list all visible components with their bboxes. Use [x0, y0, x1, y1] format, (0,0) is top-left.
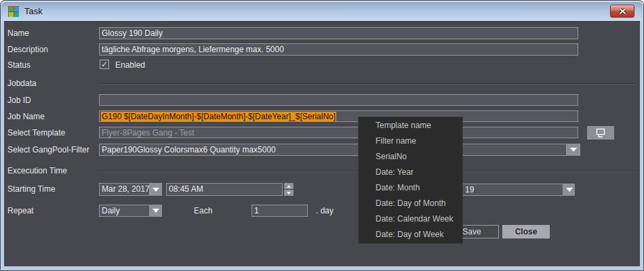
menu-item-date-calendar-week[interactable]: Date: Calendar Week: [359, 211, 462, 227]
spin-down-button[interactable]: [284, 190, 294, 196]
interval-input[interactable]: 1: [251, 205, 308, 217]
menu-item-date-year[interactable]: Date: Year: [359, 165, 462, 180]
triangle-up-icon: [287, 185, 291, 188]
close-icon: [619, 8, 626, 14]
start-date-input[interactable]: Mar 28, 2017: [99, 183, 150, 196]
chevron-down-icon: [153, 209, 159, 213]
start-date-dropdown-button[interactable]: [150, 183, 162, 196]
description-label: Description: [7, 45, 48, 54]
template-browse-icon: [594, 128, 607, 138]
gangpool-filter-dropdown-button[interactable]: [567, 144, 580, 156]
start-time-input[interactable]: 08:45 AM: [166, 183, 283, 196]
name-input[interactable]: Glossy 190 Daily: [99, 27, 578, 39]
enabled-label: Enabled: [115, 60, 145, 70]
execution-time-section-label: Excecution Time: [7, 166, 67, 175]
select-template-browse-button[interactable]: [587, 126, 614, 140]
menu-item-date-day-of-week[interactable]: Date: Day of Week: [359, 227, 462, 243]
context-menu: Template name Filter name SerialNo Date:…: [358, 117, 463, 244]
each-label: Each: [194, 206, 212, 215]
select-gangpool-filter-label: Select GangPool-Filter: [7, 145, 89, 154]
close-button[interactable]: Close: [502, 225, 550, 238]
day-unit-label: . day: [316, 206, 334, 215]
task-window: Task Name Glossy 190 Daily Description t…: [0, 0, 644, 271]
menu-item-serialno[interactable]: SerialNo: [359, 149, 462, 165]
job-id-label: Job ID: [7, 96, 31, 105]
menu-item-date-day-of-month[interactable]: Date: Day of Month: [359, 196, 462, 211]
menu-item-date-month[interactable]: Date: Month: [359, 180, 462, 196]
repeat-select[interactable]: Daily: [99, 205, 150, 217]
dialog-content: Name Glossy 190 Daily Description täglic…: [4, 21, 640, 266]
select-template-label: Select Template: [7, 128, 65, 138]
menu-item-filter-name[interactable]: Filter name: [359, 133, 462, 149]
time-spinner[interactable]: [284, 183, 294, 196]
job-name-selected-text: G190 $[DateDayInMonth]-$[DateMonth]-$[Da…: [101, 112, 336, 121]
enabled-checkbox[interactable]: ✓: [100, 60, 109, 69]
app-icon-square: [9, 7, 14, 12]
app-icon-square: [14, 7, 19, 12]
chevron-down-icon: [570, 148, 577, 152]
spin-up-button[interactable]: [284, 183, 294, 189]
job-name-label: Job Name: [7, 112, 45, 121]
chevron-down-icon: [566, 188, 573, 192]
window-close-button[interactable]: [610, 5, 635, 18]
repeat-dropdown-button[interactable]: [150, 205, 162, 217]
chevron-down-icon: [153, 188, 159, 192]
jobdata-section-divider: [99, 83, 636, 85]
app-icon-square: [9, 12, 14, 17]
select-template-input[interactable]: Flyer-8Pages Gang - Test: [99, 127, 578, 138]
end-date-dropdown-button[interactable]: [563, 184, 575, 196]
job-name-input[interactable]: G190 $[DateDayInMonth]-$[DateMonth]-$[Da…: [99, 110, 578, 122]
description-input[interactable]: tägliche Abfrage morgens, Liefermenge ma…: [99, 43, 578, 56]
app-icon: [8, 6, 19, 17]
check-icon: ✓: [101, 60, 108, 68]
name-label: Name: [7, 28, 29, 38]
repeat-label: Repeat: [7, 206, 34, 215]
titlebar[interactable]: Task: [1, 1, 643, 21]
select-gangpool-filter-input[interactable]: Paper190Glossy Colorsmax6 Quantity max50…: [99, 144, 567, 156]
app-icon-square: [14, 12, 19, 17]
status-label: Status: [7, 60, 31, 70]
job-id-input[interactable]: [99, 94, 578, 106]
menu-item-template-name[interactable]: Template name: [359, 118, 462, 133]
window-title: Task: [24, 1, 43, 21]
triangle-down-icon: [287, 192, 291, 194]
starting-time-label: Starting Time: [7, 184, 56, 194]
jobdata-section-label: Jobdata: [7, 79, 37, 88]
